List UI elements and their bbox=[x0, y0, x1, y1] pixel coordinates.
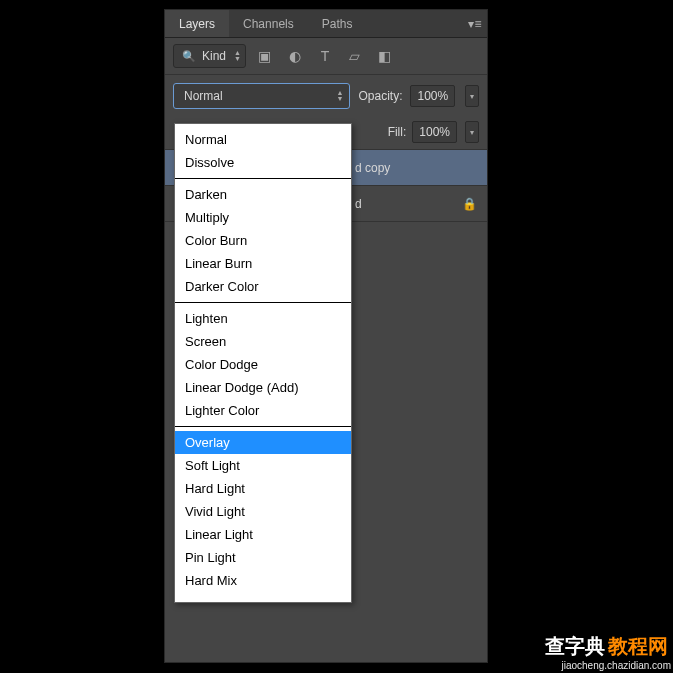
layers-panel: Layers Channels Paths ▾≡ 🔍 Kind ▲▼ ▣ ◐ T… bbox=[164, 9, 488, 663]
kind-label: Kind bbox=[202, 49, 226, 63]
fill-dropdown[interactable]: ▾ bbox=[465, 121, 479, 143]
filter-shape-icon[interactable]: ▱ bbox=[346, 48, 364, 64]
filter-adjustment-icon[interactable]: ◐ bbox=[286, 48, 304, 64]
opacity-label: Opacity: bbox=[358, 89, 402, 103]
blend-option-darker-color[interactable]: Darker Color bbox=[175, 275, 351, 298]
blend-option-overlay[interactable]: Overlay bbox=[175, 431, 351, 454]
blend-row: Normal ▲▼ Opacity: 100% ▾ bbox=[165, 75, 487, 115]
tab-layers[interactable]: Layers bbox=[165, 10, 229, 37]
watermark-text-1: 查字典 bbox=[545, 635, 605, 657]
filter-row: 🔍 Kind ▲▼ ▣ ◐ T ▱ ◧ bbox=[165, 38, 487, 75]
blend-option-darken[interactable]: Darken bbox=[175, 183, 351, 206]
search-icon: 🔍 bbox=[182, 50, 196, 63]
blend-option-screen[interactable]: Screen bbox=[175, 330, 351, 353]
watermark-text-2: 教程网 bbox=[605, 635, 671, 657]
filter-pixel-icon[interactable]: ▣ bbox=[256, 48, 274, 64]
stepper-arrows-icon: ▲▼ bbox=[337, 90, 344, 102]
filter-type-icon[interactable]: T bbox=[316, 48, 334, 64]
tab-paths[interactable]: Paths bbox=[308, 10, 367, 37]
layer-name: d bbox=[355, 197, 362, 211]
blend-option-linear-dodge[interactable]: Linear Dodge (Add) bbox=[175, 376, 351, 399]
blend-mode-value: Normal bbox=[184, 89, 223, 103]
blend-option-hard-light[interactable]: Hard Light bbox=[175, 477, 351, 500]
panel-menu-button[interactable]: ▾≡ bbox=[463, 10, 487, 37]
blend-option-soft-light[interactable]: Soft Light bbox=[175, 454, 351, 477]
fill-value: 100% bbox=[419, 125, 450, 139]
fill-label: Fill: bbox=[388, 125, 407, 139]
blend-option-dissolve[interactable]: Dissolve bbox=[175, 151, 351, 174]
blend-option-multiply[interactable]: Multiply bbox=[175, 206, 351, 229]
blend-option-color-dodge[interactable]: Color Dodge bbox=[175, 353, 351, 376]
blend-option-pin-light[interactable]: Pin Light bbox=[175, 546, 351, 569]
blend-option-linear-light[interactable]: Linear Light bbox=[175, 523, 351, 546]
fill-input[interactable]: 100% bbox=[412, 121, 457, 143]
blend-option-lighten[interactable]: Lighten bbox=[175, 307, 351, 330]
blend-mode-select[interactable]: Normal ▲▼ bbox=[173, 83, 350, 109]
lock-icon: 🔒 bbox=[462, 197, 477, 211]
opacity-value: 100% bbox=[417, 89, 448, 103]
watermark: 查字典教程网 jiaocheng.chazidian.com bbox=[545, 633, 671, 671]
blend-option-linear-burn[interactable]: Linear Burn bbox=[175, 252, 351, 275]
blend-option-normal[interactable]: Normal bbox=[175, 128, 351, 151]
blend-option-vivid-light[interactable]: Vivid Light bbox=[175, 500, 351, 523]
blend-option-lighter-color[interactable]: Lighter Color bbox=[175, 399, 351, 422]
tab-channels[interactable]: Channels bbox=[229, 10, 308, 37]
blend-mode-dropdown: Normal Dissolve Darken Multiply Color Bu… bbox=[174, 123, 352, 603]
filter-smart-icon[interactable]: ◧ bbox=[376, 48, 394, 64]
blend-option-hard-mix[interactable]: Hard Mix bbox=[175, 569, 351, 592]
watermark-url: jiaocheng.chazidian.com bbox=[545, 660, 671, 671]
filter-icons: ▣ ◐ T ▱ ◧ bbox=[256, 48, 394, 64]
opacity-input[interactable]: 100% bbox=[410, 85, 455, 107]
kind-filter-select[interactable]: 🔍 Kind ▲▼ bbox=[173, 44, 246, 68]
stepper-arrows-icon: ▲▼ bbox=[234, 50, 241, 62]
blend-option-color-burn[interactable]: Color Burn bbox=[175, 229, 351, 252]
opacity-dropdown[interactable]: ▾ bbox=[465, 85, 479, 107]
layer-name: d copy bbox=[355, 161, 390, 175]
panel-tabs: Layers Channels Paths ▾≡ bbox=[165, 10, 487, 38]
